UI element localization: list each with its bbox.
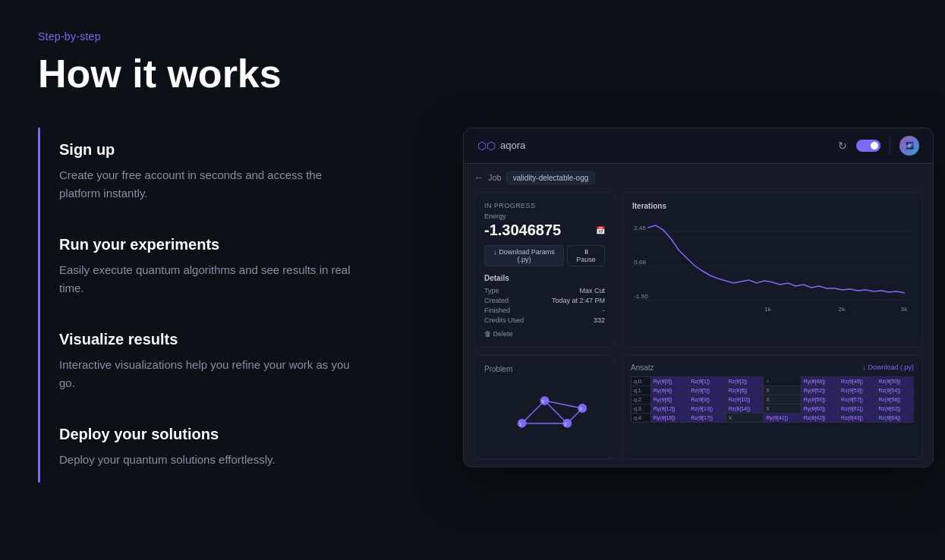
calendar-icon: 📅: [596, 226, 605, 234]
step-desc-run: Easily execute quantum algorithms and se…: [59, 261, 363, 297]
screenshot-column: ⬡⬡ aqora ↻ 🌌: [463, 127, 934, 467]
page-title: How it works: [38, 52, 907, 97]
main-panels: In Progress Energy -1.3046875 📅 ↓ Downlo…: [474, 192, 922, 348]
step-item-visualize: Visualize results Interactive visualizat…: [38, 317, 417, 406]
table-row: q.3: Ry(θ[12]) Rz(θ[13]) Rz(θ[14]) X Ry(…: [632, 404, 914, 413]
svg-text:3k: 3k: [901, 306, 909, 313]
step-desc-visualize: Interactive visualizations help you refi…: [59, 356, 363, 392]
step-title-run: Run your experiments: [59, 236, 417, 253]
details-title: Details: [484, 274, 605, 282]
svg-text:2.46: 2.46: [634, 225, 646, 231]
energy-value: -1.3046875 📅: [484, 222, 605, 239]
app-screenshot: ⬡⬡ aqora ↻ 🌌: [463, 127, 934, 467]
ansatz-header: Ansatz ↓ Download (.py): [631, 363, 914, 372]
table-row: q.0: Ry(θ[0]) Rz(θ[1]) Rz(θ[2]) + Ry(θ[4…: [632, 376, 914, 385]
vertical-line: [38, 127, 40, 483]
step-title-deploy: Deploy your solutions: [59, 426, 417, 443]
svg-text:-1.90: -1.90: [634, 293, 648, 300]
pause-button[interactable]: ⏸ Pause: [567, 245, 605, 266]
step-item-run-experiments: Run your experiments Easily execute quan…: [38, 222, 417, 311]
svg-text:1k: 1k: [764, 306, 772, 313]
table-row: q.2: Ry(θ[8]) Rz(θ[9]) Rz(θ[10]) X Ry(θ[…: [632, 395, 914, 404]
iterations-chart: 2.46 0.68 -1.90 1k 2k 3k: [632, 216, 912, 315]
breadcrumb: ← Job validity-delectable-ogg: [474, 171, 922, 184]
step-item-deploy: Deploy your solutions Deploy your quantu…: [38, 412, 417, 483]
delete-button[interactable]: 🗑 Delete: [484, 330, 605, 338]
avatar[interactable]: 🌌: [899, 136, 919, 156]
detail-key-type: Type: [484, 287, 499, 294]
problem-panel: Problem: [474, 355, 615, 459]
detail-key-finished: Finished: [484, 307, 510, 314]
app-logo: ⬡⬡ aqora: [477, 140, 525, 152]
job-badge: validity-delectable-ogg: [506, 171, 596, 184]
graph-visualization: 0 1 2 3: [484, 378, 605, 446]
step-label: Step-by-step: [38, 30, 907, 42]
detail-row-credits: Credits Used 332: [484, 316, 605, 324]
detail-key-created: Created: [484, 297, 509, 304]
chart-title: Iterations: [632, 202, 912, 210]
detail-row-finished: Finished -: [484, 307, 605, 314]
chart-panel: Iterations 2.46 0.68: [622, 192, 922, 348]
step-title-sign-up: Sign up: [59, 141, 417, 159]
app-header: ⬡⬡ aqora ↻ 🌌: [464, 128, 933, 164]
detail-key-credits: Credits Used: [484, 316, 524, 324]
step-desc-deploy: Deploy your quantum solutions effortless…: [59, 451, 363, 469]
step-title-visualize: Visualize results: [59, 331, 417, 348]
bottom-panels: Problem: [474, 355, 922, 459]
logo-text: aqora: [500, 140, 525, 151]
refresh-icon[interactable]: ↻: [838, 140, 847, 152]
logo-icon: ⬡⬡: [477, 140, 496, 152]
breadcrumb-job-label: Job: [488, 173, 502, 182]
detail-row-type: Type Max Cut: [484, 287, 605, 294]
table-row: q.1: Ry(θ[4]) Rz(θ[5]) Rz(θ[6]) X Ry(θ[5…: [632, 385, 914, 395]
ansatz-download-button[interactable]: ↓ Download (.py): [862, 363, 914, 371]
detail-row-created: Created Today at 2:47 PM: [484, 297, 605, 304]
page-container: Step-by-step How it works Sign up Create…: [0, 0, 945, 528]
details-section: Details Type Max Cut Created Today at 2:…: [484, 274, 605, 324]
chart-area: 2.46 0.68 -1.90 1k 2k 3k: [632, 216, 912, 315]
back-icon[interactable]: ←: [474, 172, 484, 183]
problem-title: Problem: [484, 365, 605, 373]
download-params-button[interactable]: ↓ Download Params (.py): [484, 245, 564, 266]
ansatz-title: Ansatz: [631, 363, 654, 372]
energy-label: Energy: [484, 212, 605, 220]
svg-line-9: [522, 401, 545, 423]
detail-value-credits: 332: [594, 316, 605, 324]
header-controls: ↻ 🌌: [838, 136, 919, 156]
left-panel: In Progress Energy -1.3046875 📅 ↓ Downlo…: [474, 192, 615, 348]
ansatz-circuit: q.0: Ry(θ[0]) Rz(θ[1]) Rz(θ[2]) + Ry(θ[4…: [631, 376, 914, 423]
content-area: Sign up Create your free account in seco…: [38, 127, 907, 483]
ansatz-panel: Ansatz ↓ Download (.py) q.0: Ry(θ[0]) Rz…: [622, 355, 922, 459]
action-buttons: ↓ Download Params (.py) ⏸ Pause: [484, 245, 605, 266]
svg-text:0.68: 0.68: [634, 259, 646, 266]
step-item-sign-up: Sign up Create your free account in seco…: [38, 127, 417, 216]
detail-value-created: Today at 2:47 PM: [552, 297, 605, 304]
app-content: ← Job validity-delectable-ogg In Progres…: [464, 164, 933, 467]
theme-toggle[interactable]: [856, 140, 880, 152]
status-label: In Progress: [484, 202, 605, 209]
header-divider: [890, 138, 890, 153]
detail-value-type: Max Cut: [579, 287, 605, 294]
table-row: q.4: Ry(θ[16]) Rz(θ[17]) X Ry(θ[41]) Rz(…: [632, 413, 914, 422]
step-desc-sign-up: Create your free account in seconds and …: [59, 166, 363, 203]
steps-column: Sign up Create your free account in seco…: [38, 127, 417, 483]
svg-text:2k: 2k: [839, 306, 846, 313]
detail-value-finished: -: [603, 307, 605, 314]
